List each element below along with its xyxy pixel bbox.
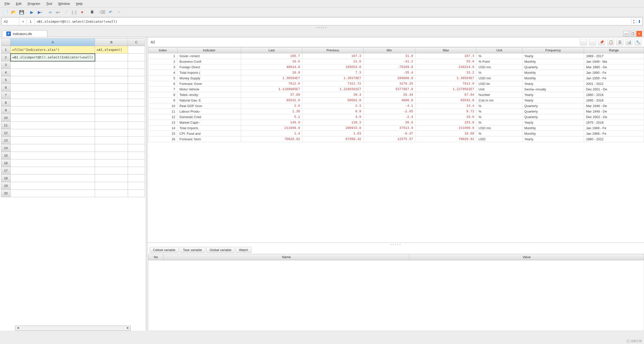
grid-cell[interactable] (11, 114, 95, 122)
table-row[interactable]: 8Teled--ensity:37.0938.426.4467.64Number… (148, 92, 644, 98)
row-header[interactable]: 8 (1, 99, 11, 107)
grid-cell[interactable] (128, 46, 145, 54)
column-header-B[interactable]: B (95, 39, 128, 46)
grid-cell[interactable] (128, 122, 145, 129)
pin-button[interactable]: 📌 (598, 39, 605, 45)
grid-cell[interactable] (95, 175, 128, 182)
grid-cell[interactable] (95, 107, 128, 114)
grid-cell[interactable] (128, 182, 145, 190)
menu-window[interactable]: Window (56, 1, 72, 7)
result-column-header[interactable]: Indicator (177, 47, 241, 53)
row-header[interactable]: 13 (1, 137, 11, 144)
grid-cell[interactable] (11, 144, 95, 152)
result-column-header[interactable]: Last (241, 47, 302, 53)
grid-cell[interactable] (95, 61, 128, 69)
grid-cell[interactable] (11, 69, 95, 76)
grid-cell[interactable] (95, 137, 128, 144)
grid-cell[interactable] (128, 167, 145, 175)
undo-icon[interactable]: ↶ (107, 9, 113, 15)
grid-cell[interactable] (128, 69, 145, 76)
nav-back-button[interactable]: ← (580, 39, 587, 45)
grid-cell[interactable] (95, 182, 128, 190)
table-row[interactable]: 3Foreign Direct49814.0105653.0-75269.024… (148, 64, 644, 70)
minimize-tab-button[interactable]: — (623, 31, 629, 37)
grid-cell[interactable] (95, 76, 128, 84)
row-header[interactable]: 15 (1, 152, 11, 159)
grid-cell[interactable] (128, 99, 145, 107)
grid-corner[interactable] (1, 39, 11, 46)
table-row[interactable]: 4Total Imports (10.87.3-35.433.2%Monthly… (148, 70, 644, 76)
grid-cell[interactable] (11, 84, 95, 91)
grid-cell[interactable] (11, 61, 95, 69)
row-header[interactable]: 5 (1, 76, 11, 84)
grid-cell[interactable] (11, 99, 95, 107)
table-row[interactable]: 7Motor Vehicle1.1189985E71.2180301E75377… (148, 87, 644, 92)
tab-watch[interactable]: Watch (236, 247, 251, 253)
grid-cell[interactable] (128, 137, 145, 144)
grid-cell[interactable] (95, 114, 128, 122)
grid-cell[interactable] (128, 76, 145, 84)
grid-cell[interactable] (11, 152, 95, 159)
var-header-name[interactable]: Name (164, 254, 409, 260)
grid-cell[interactable] (128, 54, 145, 61)
table-row[interactable]: 10Real GDP Grov2.62.3-4.113.4%QuarterlyM… (148, 103, 644, 109)
table-row[interactable]: 15CPI: Food and1.41.63-0.4718.68%Monthly… (148, 131, 644, 136)
grid-cell[interactable] (95, 167, 128, 175)
tab-global-variable[interactable]: Global variable (206, 247, 235, 253)
grid-cell[interactable] (11, 129, 95, 137)
table-row[interactable]: 9Natural Gas: E65542.050502.04000.065542… (148, 98, 644, 103)
result-column-header[interactable]: Range (584, 47, 644, 53)
row-header[interactable]: 6 (1, 84, 11, 91)
table-row[interactable]: 13Market Capit--146.9138.336.6153.0%Year… (148, 120, 644, 125)
grid-cell[interactable] (128, 107, 145, 114)
new-file-icon[interactable]: 📄 (3, 9, 9, 15)
grid-cell[interactable]: =B1.xlsimport@t().select(Indicator!=null… (11, 54, 95, 61)
grid-cell[interactable] (128, 159, 145, 167)
row-header[interactable]: 12 (1, 129, 11, 137)
menu-program[interactable]: Program (25, 1, 43, 7)
column-header-C[interactable]: C (128, 39, 145, 46)
stop-icon[interactable]: ● (79, 9, 85, 15)
row-header[interactable]: 4 (1, 69, 11, 76)
grid-cell[interactable] (11, 182, 95, 190)
grid-cell[interactable] (128, 152, 145, 159)
step-out-icon[interactable]: ⤴ (63, 9, 69, 15)
maximize-tab-button[interactable]: ❐ (630, 31, 635, 37)
settings-button[interactable]: 🔧 (634, 39, 641, 45)
grid-cell[interactable] (11, 107, 95, 114)
tab-task-variable[interactable]: Task variable (180, 247, 205, 253)
result-data-table[interactable]: IndexIndicatorLastPreviousMinMaxUnitFreq… (148, 47, 644, 142)
menu-help[interactable]: Help (73, 1, 85, 7)
grid-cell[interactable] (95, 152, 128, 159)
table-row[interactable]: 14Total Imports211899.0208933.037513.921… (148, 125, 644, 131)
grid-cell[interactable] (128, 190, 145, 197)
close-tab-button[interactable]: ✕ (636, 31, 642, 37)
grid-cell[interactable] (95, 144, 128, 152)
expand-formula-icon[interactable]: ⬇ (636, 19, 642, 24)
var-header-no[interactable]: No (148, 254, 164, 260)
text-view-button[interactable]: ☰ (616, 39, 623, 45)
formula-input[interactable]: =B1.xlsimport@t().select(Indicator!=null… (35, 18, 631, 25)
document-tab[interactable]: P indicators.dfx (2, 30, 47, 37)
open-file-icon[interactable]: 📂 (11, 9, 17, 15)
step-over-icon[interactable]: ⤼ (47, 9, 53, 15)
column-header-A[interactable]: A (11, 39, 95, 46)
result-column-header[interactable]: Frequency (522, 47, 584, 53)
menu-tool[interactable]: Tool (44, 1, 55, 7)
grid-cell[interactable] (128, 175, 145, 182)
grid-cell[interactable]: =A1.xlsopen() (95, 46, 128, 54)
scroll-left-icon[interactable]: ◄ (15, 326, 20, 330)
menu-file[interactable]: File (2, 1, 12, 7)
grid-cell[interactable] (11, 137, 95, 144)
grid-cell[interactable] (128, 84, 145, 91)
table-row[interactable]: 12Domestic Cred5.14.9-2.410.0%QuarterlyD… (148, 114, 644, 120)
calculator-icon[interactable]: 🖩 (89, 9, 95, 15)
grid-horizontal-scrollbar[interactable]: ◄ ► (15, 326, 131, 331)
row-header[interactable]: 19 (1, 182, 11, 190)
row-header[interactable]: 17 (1, 167, 11, 175)
row-header[interactable]: 3 (1, 61, 11, 69)
grid-cell[interactable] (128, 91, 145, 99)
pause-icon[interactable]: ❚❚ (71, 9, 77, 15)
result-column-header[interactable]: Unit (476, 47, 522, 53)
nav-forward-button[interactable]: → (589, 39, 596, 45)
